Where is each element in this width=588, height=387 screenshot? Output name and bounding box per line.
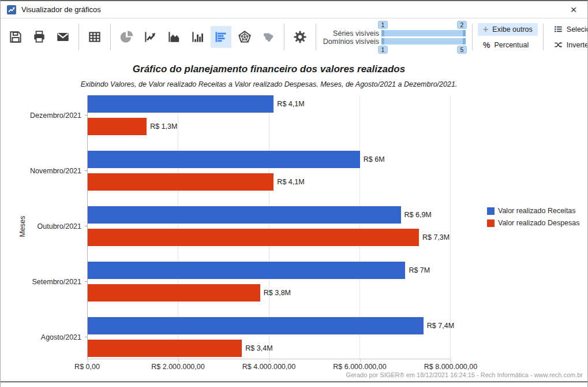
legend-item-receitas: Valor realizado Receitas [487, 207, 580, 215]
legend-swatch-receitas [487, 207, 495, 215]
inverter-label: Inverter... [567, 41, 587, 49]
title-bar: Visualizador de gráficos × [1, 1, 587, 18]
legend-swatch-despesas [487, 219, 495, 227]
map-chart-button[interactable] [258, 26, 279, 48]
category-label: Novembro/2021 [1, 166, 81, 176]
plot-area: R$ 4,1MR$ 1,3MR$ 6MR$ 4,1MR$ 6,9MR$ 7,3M… [87, 95, 451, 359]
print-button[interactable] [29, 26, 50, 48]
save-icon [8, 29, 23, 44]
pie-chart-icon [119, 29, 134, 44]
y-axis-tick [85, 281, 87, 282]
footer-text: Gerado por SIGER® em 18/12/2021 16:24:15… [346, 371, 583, 378]
toolbar-separator [284, 24, 284, 50]
close-button[interactable]: × [566, 2, 581, 17]
table-view-button[interactable] [84, 26, 105, 48]
list-icon [554, 25, 563, 34]
domains-visible-slider[interactable] [381, 38, 466, 44]
domains-range-end-badge: 5 [457, 46, 467, 54]
bar-value-label: R$ 6,9M [405, 206, 432, 224]
horizontal-bar-chart-icon [214, 29, 229, 44]
percentual-button[interactable]: % Percentual [478, 39, 538, 51]
bar-value-label: R$ 1,3M [150, 118, 177, 135]
horizontal-bar-chart-button[interactable] [211, 26, 231, 48]
email-button[interactable] [53, 26, 73, 48]
series-range-start-badge: 1 [378, 21, 388, 29]
gear-icon [293, 29, 308, 44]
save-button[interactable] [5, 26, 26, 48]
domains-visible-label: Domínios visíveis [321, 38, 379, 46]
x-tick-label: R$ 0,00 [41, 363, 133, 371]
category-label: Dezembro/2021 [1, 111, 81, 120]
line-chart-button[interactable] [140, 26, 160, 48]
app-icon [7, 5, 16, 14]
y-axis-tick [85, 337, 87, 337]
print-icon [32, 29, 47, 44]
domains-range-start-badge: 1 [378, 46, 388, 54]
bar-value-label: R$ 6M [364, 151, 385, 168]
shuffle-icon [554, 40, 563, 49]
x-tick-label: R$ 8.000.000,00 [405, 363, 497, 371]
brazil-map-icon [261, 29, 276, 44]
toolbar-separator [110, 24, 111, 50]
table-icon [87, 29, 102, 44]
legend: Valor realizado Receitas Valor realizado… [487, 207, 580, 227]
bar-despesas [88, 173, 274, 191]
bar-value-label: R$ 7M [409, 262, 430, 279]
x-tick-label: R$ 6.000.000,00 [314, 363, 406, 371]
bar-despesas [88, 340, 242, 357]
category-label: Outubro/2021 [1, 222, 81, 231]
visibility-sliders: 1 2 Séries visíveis Domínios visíveis 1 … [321, 20, 467, 54]
window-bottom-border [1, 381, 587, 382]
bar-value-label: R$ 7,3M [422, 229, 450, 246]
category-label: Setembro/2021 [1, 277, 81, 286]
bar-value-label: R$ 4,1M [277, 173, 304, 191]
series-range-end-badge: 2 [457, 21, 467, 29]
bar-receitas [88, 206, 401, 224]
area-chart-button[interactable] [163, 26, 184, 48]
toolbar-separator [78, 24, 79, 50]
x-axis-tick [178, 359, 179, 362]
legend-label-receitas: Valor realizado Receitas [498, 207, 576, 215]
settings-button[interactable] [290, 26, 310, 48]
x-axis-labels: R$ 0,00R$ 2.000.000,00R$ 4.000.000,00R$ … [1, 363, 587, 372]
slider-handle-right[interactable] [463, 30, 466, 36]
percentual-label: Percentual [494, 41, 529, 49]
bar-despesas [88, 118, 147, 135]
y-axis-tick [85, 226, 87, 226]
series-visible-slider[interactable] [381, 30, 466, 36]
radar-chart-button[interactable] [234, 26, 255, 48]
selecionar-button[interactable]: Selecionar... [549, 23, 587, 36]
y-axis-tick [85, 115, 87, 116]
pie-chart-button[interactable] [116, 26, 137, 48]
toolbar-separator [316, 24, 316, 50]
percent-icon: % [483, 40, 490, 50]
slider-handle-left[interactable] [381, 38, 384, 44]
selecionar-label: Selecionar... [567, 25, 587, 34]
legend-label-despesas: Valor realizado Despesas [498, 219, 580, 227]
inverter-button[interactable]: Inverter... [549, 39, 587, 51]
y-axis-tick [85, 170, 87, 171]
x-axis-tick [360, 359, 361, 362]
bar-value-label: R$ 3,8M [264, 284, 291, 302]
bar-receitas [88, 151, 360, 168]
column-chart-button[interactable] [187, 26, 208, 48]
bar-receitas [88, 262, 405, 279]
x-tick-label: R$ 2.000.000,00 [132, 363, 224, 371]
category-label: Agosto/2021 [1, 333, 81, 342]
x-axis-tick [269, 359, 270, 362]
exibe-outros-button[interactable]: + Exibe outros [478, 23, 538, 36]
legend-item-despesas: Valor realizado Despesas [487, 219, 580, 227]
x-tick-label: R$ 4.000.000,00 [223, 363, 315, 371]
series-visible-label: Séries visíveis [321, 29, 379, 38]
app-window: Visualizador de gráficos × [0, 0, 588, 387]
plus-icon: + [483, 25, 488, 34]
slider-handle-left[interactable] [381, 30, 384, 36]
x-axis-tick [451, 359, 451, 362]
bar-value-label: R$ 3,4M [245, 340, 272, 357]
line-chart-icon [143, 29, 158, 44]
column-chart-icon [190, 29, 205, 44]
slider-handle-right[interactable] [463, 38, 466, 44]
y-axis-category-labels: Dezembro/2021Novembro/2021Outubro/2021Se… [1, 95, 84, 359]
bar-receitas [88, 317, 424, 334]
toolbar-separator [543, 24, 544, 50]
